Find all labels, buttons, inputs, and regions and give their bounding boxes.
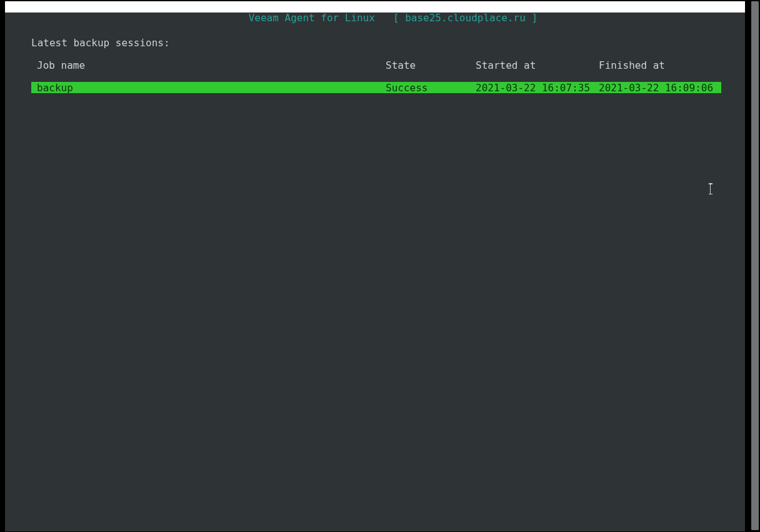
terminal-window: Veeam Agent for Linux [ base25.cloudplac… (5, 1, 745, 531)
section-title: Latest backup sessions: (31, 37, 170, 49)
column-header-state: State (386, 59, 416, 71)
cell-started: 2021-03-22 16:07:35 (476, 82, 590, 94)
footer-item-quit[interactable]: Esc Quit (644, 520, 724, 532)
footer-item-show[interactable]: Enter Show (48, 520, 128, 532)
table-header-row: Job name State Started at Finished at (37, 59, 732, 71)
viewport: Veeam Agent for Linux [ base25.cloudplac… (0, 0, 760, 532)
cell-finished: 2021-03-22 16:09:06 (599, 82, 713, 94)
column-header-finished: Finished at (599, 59, 665, 71)
table-row[interactable]: backup Success 2021-03-22 16:07:35 2021-… (31, 82, 721, 93)
host-label: [ base25.cloudplace.ru ] (393, 12, 538, 24)
scrollbar-thumb[interactable] (751, 1, 759, 530)
column-header-started: Started at (476, 59, 536, 71)
cell-state: Success (386, 82, 428, 94)
footer-item-recover[interactable]: R Recover Files (342, 520, 476, 532)
column-header-job: Job name (37, 59, 85, 71)
cell-job: backup (37, 82, 73, 94)
title-bar: Veeam Agent for Linux [ base25.cloudplac… (5, 1, 745, 13)
footer-bar: Enter Show C Configure R Recover Files M… (5, 520, 745, 531)
footer-item-misc[interactable]: M Misc (518, 520, 598, 532)
text-cursor-icon (710, 184, 716, 195)
footer-item-configure[interactable]: C Configure (194, 520, 304, 532)
app-name: Veeam Agent for Linux (249, 12, 375, 24)
